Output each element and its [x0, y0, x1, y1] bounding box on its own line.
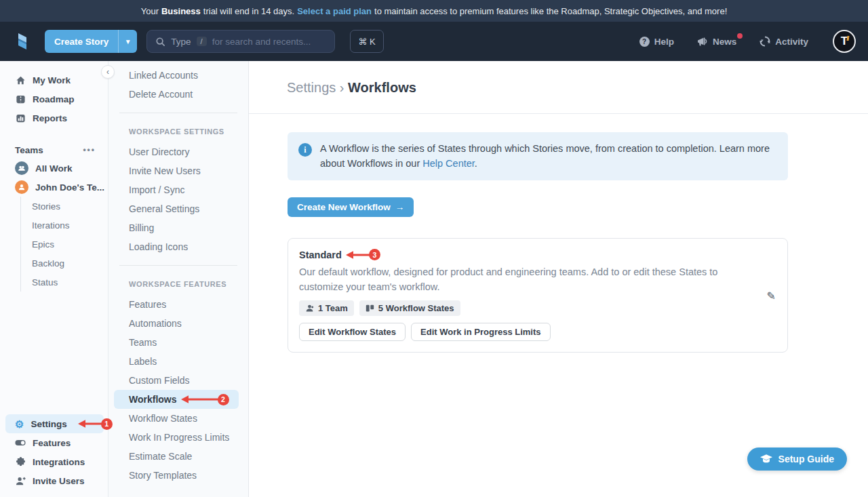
settings-nav-clipped-item[interactable]: Security	[108, 61, 248, 66]
trial-plan-name: Business	[161, 6, 201, 16]
sidebar-item-label: Reports	[33, 113, 67, 123]
slash-key-hint: /	[197, 37, 207, 46]
nav-item-workflows-active[interactable]: Workflows 2	[114, 390, 239, 409]
trial-banner-mid: trial will end in 14 days.	[203, 6, 294, 16]
sidebar-item-label: My Work	[33, 75, 71, 85]
user-avatar[interactable]: T	[833, 30, 856, 53]
activity-sync-icon	[760, 36, 770, 47]
main-sidebar: ‹ My Work Roadmap Reports Team	[0, 61, 108, 497]
nav-item-invite-new-users[interactable]: Invite New Users	[108, 161, 248, 180]
graduation-cap-icon	[760, 454, 772, 464]
breadcrumb-separator: ›	[340, 80, 344, 95]
nav-item-label: Workflows	[129, 394, 177, 405]
setup-guide-button[interactable]: Setup Guide	[747, 448, 847, 471]
nav-item-custom-fields[interactable]: Custom Fields	[108, 371, 248, 390]
sidebar-item-team[interactable]: John Doe's Te...	[0, 178, 108, 197]
nav-item-features[interactable]: Features	[108, 295, 248, 314]
annotation-number: 1	[101, 418, 113, 430]
sidebar-item-settings[interactable]: ⚙ Settings 1	[5, 414, 104, 433]
sidebar-item-my-work[interactable]: My Work	[0, 71, 108, 90]
create-story-dropdown-button[interactable]: ▼	[118, 30, 137, 53]
road-icon	[15, 94, 26, 104]
sidebar-item-all-work[interactable]: All Work	[0, 159, 108, 178]
puzzle-icon	[15, 456, 26, 467]
sidebar-item-label: All Work	[35, 163, 73, 174]
nav-divider	[119, 113, 237, 113]
edit-pencil-icon[interactable]: ✎	[767, 289, 776, 302]
team-sub-nav: Stories Iterations Epics Backlog Status	[20, 197, 108, 292]
sidebar-item-integrations[interactable]: Integrations	[0, 452, 108, 471]
news-menu-button[interactable]: News	[697, 37, 736, 47]
teams-overflow-menu[interactable]: •••	[83, 145, 96, 155]
nav-item-delete-account[interactable]: Delete Account	[108, 85, 248, 104]
main-content: Settings › Workflows i A Workflow is the…	[249, 61, 868, 497]
teams-section-header: Teams •••	[0, 141, 108, 159]
sidebar-item-invite-users[interactable]: Invite Users	[0, 471, 108, 490]
create-story-button[interactable]: Create Story	[45, 30, 118, 53]
edit-workflow-states-button[interactable]: Edit Workflow States	[299, 323, 406, 341]
annotation-arrow-1: 1	[78, 418, 113, 430]
app-window: Your Business trial will end in 14 days.…	[0, 0, 868, 497]
help-label: Help	[654, 37, 674, 47]
search-placeholder: for search and recents...	[212, 37, 311, 47]
workspace-settings-header: WORKSPACE SETTINGS	[108, 122, 248, 141]
settings-nav: Security Linked Accounts Delete Account …	[108, 61, 249, 497]
sidebar-item-iterations[interactable]: Iterations	[21, 216, 108, 235]
create-new-workflow-button[interactable]: Create New Workflow →	[288, 197, 414, 217]
nav-item-import-sync[interactable]: Import / Sync	[108, 180, 248, 199]
sidebar-item-features[interactable]: Features	[0, 433, 108, 452]
nav-item-teams[interactable]: Teams	[108, 333, 248, 352]
search-input[interactable]: Type / for search and recents...	[146, 30, 335, 53]
teams-header-label: Teams	[15, 145, 43, 155]
sidebar-collapse-button[interactable]: ‹	[101, 65, 115, 79]
sidebar-item-label: Roadmap	[33, 94, 75, 104]
nav-item-billing[interactable]: Billing	[108, 218, 248, 237]
sidebar-item-label: John Doe's Te...	[35, 182, 104, 193]
sidebar-item-stories[interactable]: Stories	[21, 197, 108, 216]
annotation-arrow-2: 2	[181, 393, 229, 405]
nav-item-automations[interactable]: Automations	[108, 314, 248, 333]
sidebar-item-backlog[interactable]: Backlog	[21, 254, 108, 273]
activity-menu-button[interactable]: Activity	[760, 36, 808, 47]
page-title: Workflows	[348, 80, 416, 95]
annotation-arrow-3: 3	[346, 249, 380, 261]
workspace-features-header: WORKSPACE FEATURES	[108, 275, 248, 294]
search-type-label: Type	[171, 37, 191, 47]
help-icon: ?	[639, 37, 650, 47]
info-period: .	[475, 158, 477, 169]
top-navbar: Create Story ▼ Type / for search and rec…	[0, 22, 868, 61]
trial-banner: Your Business trial will end in 14 days.…	[0, 0, 868, 22]
sidebar-item-label: Features	[33, 438, 71, 448]
nav-item-user-directory[interactable]: User Directory	[108, 142, 248, 161]
trial-banner-prefix: Your	[141, 6, 159, 16]
arrow-right-icon: →	[395, 202, 405, 212]
workflow-card-description: Our default workflow, designed for produ…	[299, 265, 752, 295]
help-menu-button[interactable]: ? Help	[639, 37, 674, 47]
sidebar-item-epics[interactable]: Epics	[21, 235, 108, 254]
annotation-number: 3	[369, 249, 380, 260]
team-count-label: 1 Team	[318, 303, 348, 313]
states-count-label: 5 Workflow States	[378, 303, 454, 313]
nav-item-story-templates[interactable]: Story Templates	[108, 466, 248, 485]
bar-chart-icon	[15, 113, 26, 123]
edit-wip-limits-button[interactable]: Edit Work in Progress Limits	[411, 323, 550, 341]
nav-item-wip-limits[interactable]: Work In Progress Limits	[108, 428, 248, 447]
sidebar-item-status[interactable]: Status	[21, 273, 108, 292]
shortcut-logo-icon[interactable]	[12, 31, 33, 52]
sidebar-item-roadmap[interactable]: Roadmap	[0, 90, 108, 108]
team-count-badge: 1 Team	[299, 300, 354, 316]
nav-item-loading-icons[interactable]: Loading Icons	[108, 237, 248, 256]
house-icon	[15, 75, 26, 85]
info-text: A Workflow is the series of States throu…	[320, 143, 770, 169]
help-center-link[interactable]: Help Center	[422, 158, 475, 169]
nav-item-estimate-scale[interactable]: Estimate Scale	[108, 447, 248, 466]
team-avatar	[15, 180, 28, 194]
sidebar-item-label: Integrations	[33, 457, 85, 467]
nav-item-linked-accounts[interactable]: Linked Accounts	[108, 66, 248, 85]
sidebar-item-reports[interactable]: Reports	[0, 108, 108, 127]
nav-item-labels[interactable]: Labels	[108, 352, 248, 371]
breadcrumb-parent[interactable]: Settings	[287, 80, 336, 95]
select-paid-plan-link[interactable]: Select a paid plan	[297, 6, 372, 16]
nav-item-general-settings[interactable]: General Settings	[108, 199, 248, 218]
nav-item-workflow-states[interactable]: Workflow States	[108, 409, 248, 428]
